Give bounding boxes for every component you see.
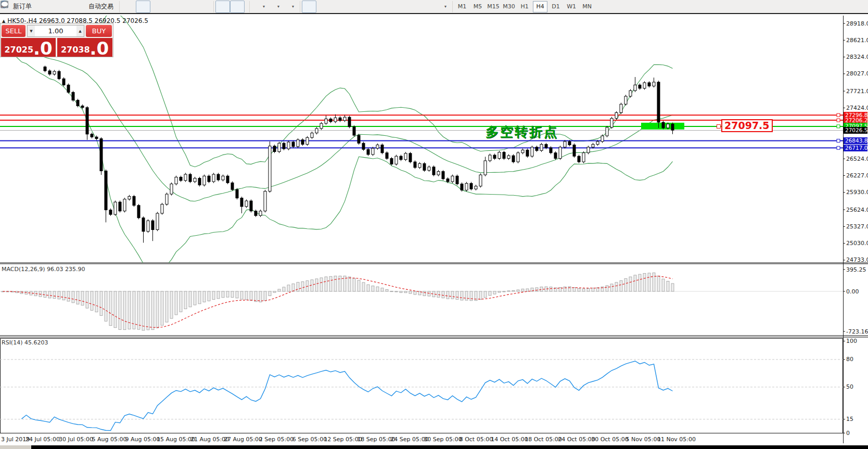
callout-marker [717,124,721,129]
date-label: 30 Jul 05:00 [59,436,93,443]
macd-tick-label: -723.16 [846,328,868,335]
volume-up-button[interactable]: ▲ [76,25,84,36]
macd-tick-label: 395.25 [846,266,866,273]
volume-down-button[interactable]: ▼ [28,25,35,36]
rsi-tick-label: 50 [846,383,853,390]
date-label: 18 Sep 05:00 [357,436,395,443]
price-tick-label: 25327.0 [846,223,868,230]
price-tag: 26843.8 [844,137,867,144]
price-tick-label: 26524.0 [846,156,868,162]
date-label: 24 Sep 05:00 [390,436,428,443]
sell-price-main: 27025 [4,46,33,54]
date-label: 15 Aug 05:00 [157,436,195,443]
date-label: 5 Nov 05:00 [626,436,660,443]
date-label: 12 Sep 05:00 [324,436,362,443]
volume-stepper[interactable]: ▼ 1.00 ▲ [27,25,84,37]
date-label: 9 Aug 05:00 [125,436,160,443]
buy-button[interactable]: BUY [86,25,112,37]
date-label: 8 Oct 05:00 [459,436,493,443]
date-label: 5 Aug 05:00 [92,436,126,443]
buy-price-frac: .0 [90,42,109,56]
one-click-trading-panel: SELL ▼ 1.00 ▲ BUY 27025.0 27038.0 [0,23,113,57]
price-callout-label: 27097.5 [721,119,773,132]
price-tick-label: 28918.0 [846,20,868,27]
macd-label: MACD(12,26,9) 96.03 235.90 [2,266,85,273]
macd-tick-label: 0.00 [846,288,859,295]
price-tick-label: 28324.0 [846,54,868,60]
price-tick-label: 24733.0 [846,256,868,263]
rsi-tick-label: 15 [846,416,853,422]
price-tag: 26717.0 [844,145,867,151]
rsi-tick-label: 0 [846,430,850,437]
date-label: 18 Oct 05:00 [525,436,562,443]
date-label: 30 Sep 05:00 [424,436,462,443]
date-label: 27 Aug 05:00 [224,436,262,443]
date-label: 24 Jul 05:00 [25,436,60,443]
price-tick-label: 28621.0 [846,37,868,44]
date-label: 6 Sep 05:00 [292,436,327,443]
rsi-tick-label: 80 [846,356,853,363]
date-label: 30 Oct 05:00 [591,436,629,443]
price-tick-label: 27424.0 [846,105,868,111]
price-tick-label: 25930.0 [846,189,868,196]
rsi-tick-label: 100 [846,338,857,344]
pivot-annotation: 多空转折点 [486,123,558,140]
price-tick-label: 25624.0 [846,207,868,213]
sell-price[interactable]: 27025.0 [1,38,56,57]
buy-price-main: 27038 [61,46,90,54]
volume-value[interactable]: 1.00 [35,25,76,36]
price-tick-label: 27721.0 [846,88,868,95]
buy-price[interactable]: 27038.0 [57,38,112,57]
mt4-window: 新订单自动交易▾▾▾EFAT▾M1M5M15M30H1H4D1W1MN ▲ HK… [0,0,868,449]
price-tick-label: 25030.0 [846,240,868,247]
date-label: 11 Nov 05:00 [657,436,696,443]
rsi-label: RSI(14) 45.6203 [2,339,48,346]
bottom-window-edge [31,445,868,449]
sell-price-frac: .0 [33,42,53,56]
bottom-corner [0,445,31,449]
date-label: 14 Oct 05:00 [491,436,528,443]
date-label: 2 Sep 05:00 [259,436,293,443]
price-tag: 27026.5 [844,127,867,134]
price-tick-label: 26227.0 [846,172,868,179]
date-label: 24 Oct 05:00 [558,436,595,443]
sell-button[interactable]: SELL [2,25,25,37]
price-tick-label: 28027.0 [846,70,868,77]
chart-svg [0,0,868,449]
